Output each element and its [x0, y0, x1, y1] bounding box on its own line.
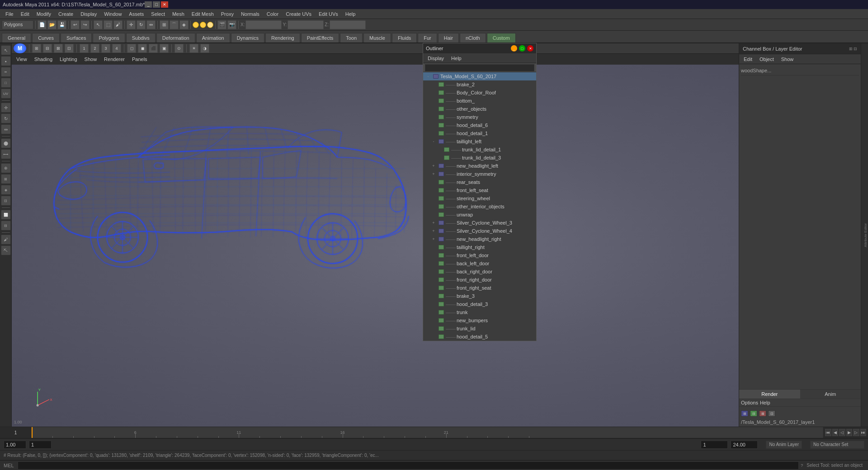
tab-hair[interactable]: Hair — [438, 33, 459, 42]
expand-icon[interactable] — [430, 106, 437, 112]
tab-surfaces[interactable]: Surfaces — [61, 33, 92, 42]
outliner-item[interactable]: ——front_right_door — [423, 276, 536, 284]
expand-icon[interactable] — [430, 317, 437, 324]
minimize-button[interactable]: _ — [145, 1, 152, 8]
tab-muscle[interactable]: Muscle — [363, 33, 391, 42]
outliner-item[interactable]: ——trunk_lid — [423, 324, 536, 333]
expand-icon[interactable] — [430, 268, 437, 275]
outliner-item[interactable]: ——unwrap — [423, 211, 536, 219]
outliner-item[interactable]: ——steering_wheel — [423, 194, 536, 202]
expand-icon[interactable] — [430, 301, 437, 307]
outliner-item[interactable]: ——hood_detail_6 — [423, 121, 536, 129]
save-scene-button[interactable]: 💾 — [57, 20, 66, 29]
ipr-button[interactable]: 📷 — [227, 20, 236, 29]
renderer-menu[interactable]: Renderer — [101, 56, 127, 63]
tab-fur[interactable]: Fur — [418, 33, 437, 42]
mel-input[interactable] — [18, 461, 799, 470]
maximize-button[interactable]: □ — [153, 1, 160, 8]
tb2-3[interactable]: ⊠ — [54, 44, 63, 53]
tab-curves[interactable]: Curves — [32, 33, 60, 42]
bevel-button[interactable]: ◈ — [1, 185, 11, 195]
outliner-item[interactable]: ——rear_seats — [423, 178, 536, 186]
pb-start-field[interactable]: 1.00 — [4, 441, 26, 449]
rotate-tool-button[interactable]: ↻ — [137, 20, 146, 29]
expand-icon[interactable]: + — [430, 163, 437, 169]
outliner-item[interactable]: ——hood_detail_3 — [423, 300, 536, 308]
menu-window[interactable]: Window — [100, 10, 125, 18]
expand-icon[interactable] — [430, 203, 437, 210]
symmetry-button[interactable]: ⟷ — [1, 149, 11, 159]
menu-modify[interactable]: Modify — [33, 10, 55, 18]
outliner-search-input[interactable] — [425, 64, 534, 71]
rotate-tool-left[interactable]: ↻ — [1, 113, 11, 123]
pb-end-end-field[interactable]: 24.00 — [731, 441, 758, 449]
outliner-close-btn[interactable]: ✕ — [527, 45, 533, 52]
expand-icon[interactable] — [430, 252, 437, 258]
expand-icon[interactable]: + — [430, 236, 437, 242]
outliner-item[interactable]: ——back_right_door — [423, 268, 536, 276]
tab-painteffects[interactable]: PaintEffects — [301, 33, 340, 42]
shadow-btn[interactable]: ◑ — [200, 44, 209, 53]
outliner-item[interactable]: +——Silver_Cyclone_Wheel_3 — [423, 219, 536, 227]
outliner-item[interactable]: ——new_bumpers — [423, 316, 536, 324]
new-scene-button[interactable]: 📄 — [38, 20, 47, 29]
tb2-2[interactable]: ⊟ — [43, 44, 52, 53]
outliner-help-menu[interactable]: Help — [448, 55, 464, 62]
vertex-mode-button[interactable]: ● — [1, 56, 11, 66]
x-field[interactable] — [245, 20, 282, 29]
outliner-minimize-btn[interactable]: _ — [511, 45, 517, 52]
outliner-item[interactable]: ——hood_detail_1 — [423, 129, 536, 137]
outliner-item[interactable]: ——taillight_right — [423, 243, 536, 251]
outliner-item[interactable]: ——hood_detail_5 — [423, 333, 536, 341]
channel-object-menu[interactable]: Object — [757, 56, 777, 63]
outliner-item[interactable]: ——trunk_lid_detail_1 — [423, 146, 536, 154]
pb-end-start-field[interactable]: 1 — [701, 441, 728, 449]
select-tool-button[interactable]: ↖ — [94, 20, 103, 29]
shade-btn[interactable]: ◼ — [138, 44, 147, 53]
expand-icon[interactable] — [430, 293, 437, 299]
tab-general[interactable]: General — [2, 33, 31, 42]
expand-icon[interactable] — [430, 285, 437, 291]
viewport-canvas[interactable]: X Y 1.00 — [12, 65, 739, 427]
expand-icon[interactable] — [430, 334, 437, 340]
expand-icon[interactable] — [430, 260, 437, 267]
icon-1[interactable]: ⊞ — [849, 47, 853, 51]
paint-weight-button[interactable]: 🖌 — [1, 235, 11, 244]
options-menu[interactable]: Options — [741, 400, 758, 405]
outliner-item[interactable]: -——taillight_left — [423, 137, 536, 146]
display-1-btn[interactable]: 1 — [80, 44, 89, 53]
sculpt-button[interactable]: ⛏ — [1, 245, 11, 255]
outliner-item[interactable]: ——brake_3 — [423, 292, 536, 300]
uv-mode-button[interactable]: UV — [1, 89, 11, 99]
move-tool-button[interactable]: ✛ — [127, 20, 136, 29]
tab-fluids[interactable]: Fluids — [392, 33, 417, 42]
prev-key-button[interactable]: ◀ — [832, 429, 839, 436]
soft-selection-button[interactable]: ⬤ — [1, 138, 11, 148]
outliner-item[interactable]: +——new_headlight_left — [423, 162, 536, 170]
timeline-ruler[interactable]: 16111621 — [32, 427, 823, 438]
expand-icon[interactable] — [430, 179, 437, 185]
mel-help-button[interactable]: ? — [799, 463, 805, 468]
expand-icon[interactable] — [430, 309, 437, 315]
open-scene-button[interactable]: 📂 — [47, 20, 57, 29]
outliner-item[interactable]: +——new_headlight_right — [423, 235, 536, 243]
expand-icon[interactable] — [430, 122, 437, 128]
menu-proxy[interactable]: Proxy — [217, 10, 237, 18]
menu-file[interactable]: File — [2, 10, 17, 18]
tab-dynamics[interactable]: Dynamics — [231, 33, 264, 42]
icon-2[interactable]: ⊟ — [854, 47, 857, 51]
light-btn[interactable]: ☀ — [189, 44, 198, 53]
anim-tab[interactable]: Anim — [800, 390, 861, 399]
quad-draw-button[interactable]: ⬜ — [1, 210, 11, 220]
z-field[interactable] — [330, 20, 366, 29]
expand-icon[interactable] — [436, 146, 442, 153]
extrude-button[interactable]: ⊞ — [1, 174, 11, 184]
scale-tool-left[interactable]: ⇔ — [1, 124, 11, 134]
append-poly-button[interactable]: ⊟ — [1, 221, 11, 230]
channel-show-menu[interactable]: Show — [778, 56, 797, 63]
layer-icon-4[interactable]: ⊡ — [768, 410, 775, 417]
expand-icon[interactable]: - — [430, 138, 437, 145]
tab-animation[interactable]: Animation — [196, 33, 230, 42]
anim-layer-dropdown[interactable]: No Anim Layer — [766, 441, 802, 449]
outliner-item[interactable]: ——front_right_seat — [423, 284, 536, 292]
